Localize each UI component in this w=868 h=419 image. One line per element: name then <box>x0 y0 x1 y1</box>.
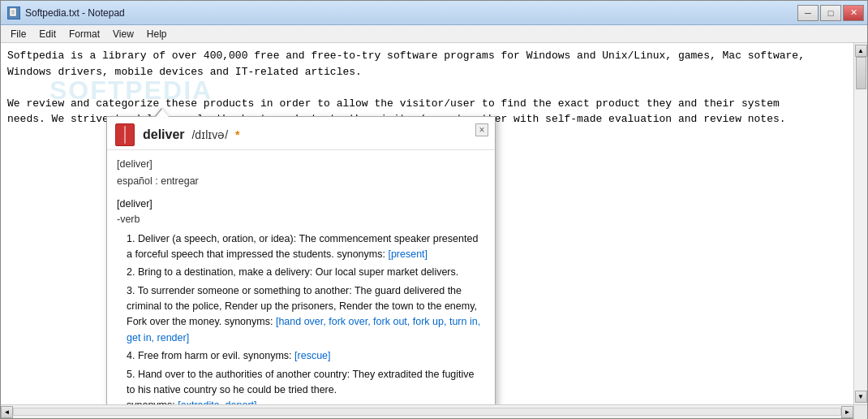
scroll-thumb[interactable] <box>856 57 866 89</box>
scroll-down-arrow[interactable]: ▼ <box>855 391 867 403</box>
dict-def-4: 4. Free from harm or evil. synonyms: [re… <box>127 348 485 364</box>
dict-title: deliver /dɪlɪvə/ * <box>143 127 240 142</box>
app-icon <box>7 6 20 19</box>
dictionary-popup: deliver /dɪlɪvə/ * × [deliver] español :… <box>106 116 496 404</box>
scroll-left-arrow[interactable]: ◄ <box>1 406 13 418</box>
def-num-1: 1. <box>127 233 135 244</box>
titlebar-left: Softpedia.txt - Notepad <box>7 6 125 19</box>
scroll-right-arrow[interactable]: ► <box>841 406 853 418</box>
minimize-button[interactable]: ─ <box>797 5 819 21</box>
def-syn-label-5: synonyms: <box>127 400 175 404</box>
def-num-3: 3. <box>127 285 135 296</box>
maximize-button[interactable]: □ <box>820 5 841 21</box>
scroll-track <box>854 57 867 391</box>
scrollbar-corner <box>853 405 867 419</box>
main-window: Softpedia.txt - Notepad ─ □ ✕ File Edit … <box>0 0 868 419</box>
dict-spanish-value: entregar <box>161 175 199 187</box>
vertical-scrollbar[interactable]: ▲ ▼ <box>853 43 867 404</box>
menu-view[interactable]: View <box>106 27 140 41</box>
def-text-2: Bring to a destination, make a delivery:… <box>138 266 458 278</box>
dict-section-ref: [deliver] -verb <box>117 197 485 228</box>
dict-def-1: 1. Deliver (a speech, oration, or idea):… <box>127 231 485 263</box>
menu-edit[interactable]: Edit <box>32 27 62 41</box>
dict-def-3: 3. To surrender someone or something to … <box>127 283 485 347</box>
dict-header: deliver /dɪlɪvə/ * × <box>107 117 495 150</box>
def-syn-value-4: [rescue] <box>294 350 330 361</box>
dict-section-word: [deliver] <box>117 197 485 212</box>
window-title: Softpedia.txt - Notepad <box>25 7 125 19</box>
titlebar: Softpedia.txt - Notepad ─ □ ✕ <box>1 1 867 25</box>
titlebar-buttons: ─ □ ✕ <box>797 5 864 21</box>
def-num-2: 2. <box>127 266 135 278</box>
def-text-4: Free from harm or evil. <box>138 350 240 361</box>
dict-spanish: español : entregar <box>117 174 485 189</box>
hscroll-track[interactable] <box>13 408 841 416</box>
dict-close-button[interactable]: × <box>475 123 488 136</box>
dict-body: [deliver] español : entregar [deliver] -… <box>107 150 495 404</box>
def-num-4: 4. <box>127 350 135 361</box>
bottom-bar: ◄ ► <box>1 404 867 418</box>
menu-file[interactable]: File <box>4 27 32 41</box>
menu-help[interactable]: Help <box>140 27 174 41</box>
def-syn-value-5: [extradite, deport] <box>178 400 256 404</box>
dict-def-5: 5. Hand over to the authorities of anoth… <box>127 367 485 405</box>
dict-spanish-label: español <box>117 175 153 187</box>
dict-def-2: 2. Bring to a destination, make a delive… <box>127 265 485 280</box>
def-syn-value-1: [present] <box>388 248 428 260</box>
dictionary-icon <box>115 123 135 146</box>
dict-phonetic: /dɪlɪvə/ <box>191 128 228 141</box>
horizontal-scrollbar[interactable]: ◄ ► <box>1 405 853 418</box>
def-syn-label-1: synonyms: <box>337 248 385 260</box>
dict-word-ref: [deliver] <box>117 157 485 172</box>
menu-format[interactable]: Format <box>62 27 106 41</box>
editor-container: SOFTPEDIA www.softpedia.com Softpedia is… <box>1 43 867 404</box>
def-syn-label-4: synonyms: <box>243 350 292 361</box>
def-num-5: 5. <box>127 369 135 380</box>
def-syn-label-3: synonyms: <box>225 316 273 327</box>
menubar: File Edit Format View Help <box>1 25 867 43</box>
popup-pointer <box>156 109 169 117</box>
dict-pos: -verb <box>117 212 485 227</box>
scroll-up-arrow[interactable]: ▲ <box>855 45 867 57</box>
dict-word: deliver <box>143 127 185 141</box>
close-button[interactable]: ✕ <box>843 5 864 21</box>
dict-star: * <box>235 128 239 141</box>
def-text-5: Hand over to the authorities of another … <box>127 369 475 395</box>
